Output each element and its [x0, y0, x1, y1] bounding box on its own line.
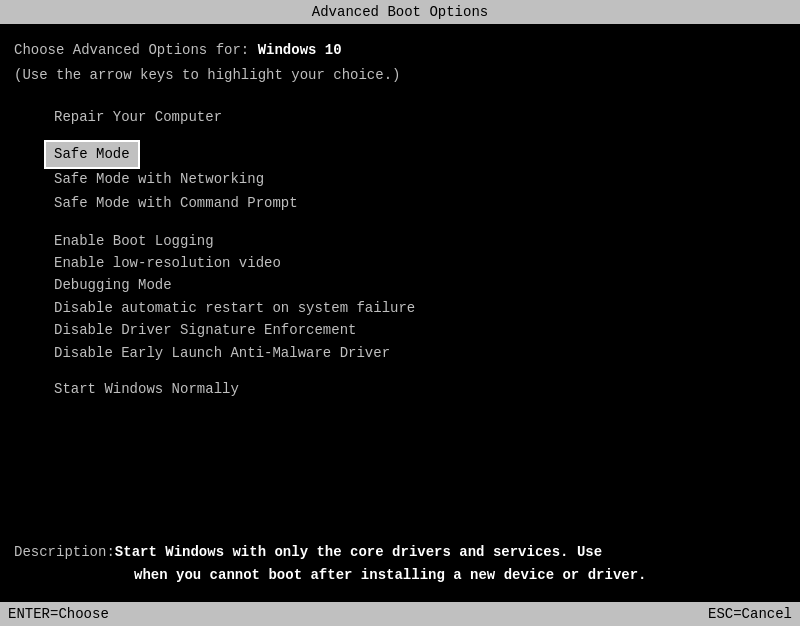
menu-item-disable-driver-sig[interactable]: Disable Driver Signature Enforcement: [14, 319, 786, 341]
menu-item-boot-logging[interactable]: Enable Boot Logging: [14, 230, 786, 252]
enter-label: ENTER=Choose: [8, 606, 109, 622]
bottom-bar: ENTER=Choose ESC=Cancel: [0, 602, 800, 626]
description-label: Description:: [14, 541, 115, 563]
header-line1: Choose Advanced Options for: Windows 10: [14, 40, 786, 61]
menu-item-safe-mode-command[interactable]: Safe Mode with Command Prompt: [14, 191, 786, 215]
menu-item-start-normally[interactable]: Start Windows Normally: [14, 378, 786, 400]
menu-item-disable-restart[interactable]: Disable automatic restart on system fail…: [14, 297, 786, 319]
header-line2: (Use the arrow keys to highlight your ch…: [14, 65, 786, 86]
header-prefix: Choose Advanced Options for:: [14, 42, 258, 58]
description-line1: Description: Start Windows with only the…: [14, 541, 786, 563]
header-highlight: Windows 10: [258, 42, 342, 58]
title-bar: Advanced Boot Options: [0, 0, 800, 24]
menu-item-low-res[interactable]: Enable low-resolution video: [14, 252, 786, 274]
menu-item-debugging[interactable]: Debugging Mode: [14, 274, 786, 296]
menu-section: Repair Your Computer Safe Mode Safe Mode…: [14, 106, 786, 533]
description-line2: when you cannot boot after installing a …: [14, 564, 786, 586]
title-text: Advanced Boot Options: [312, 4, 488, 20]
esc-label: ESC=Cancel: [708, 606, 792, 622]
main-content: Choose Advanced Options for: Windows 10 …: [0, 24, 800, 602]
description-text-line2: when you cannot boot after installing a …: [134, 567, 646, 583]
menu-item-disable-anti-malware[interactable]: Disable Early Launch Anti-Malware Driver: [14, 342, 786, 364]
description-text-line1: Start Windows with only the core drivers…: [115, 541, 602, 563]
repair-item[interactable]: Repair Your Computer: [14, 106, 786, 128]
description-section: Description: Start Windows with only the…: [14, 541, 786, 586]
menu-item-safe-mode-networking[interactable]: Safe Mode with Networking: [14, 167, 786, 191]
menu-item-safe-mode[interactable]: Safe Mode: [46, 142, 138, 166]
